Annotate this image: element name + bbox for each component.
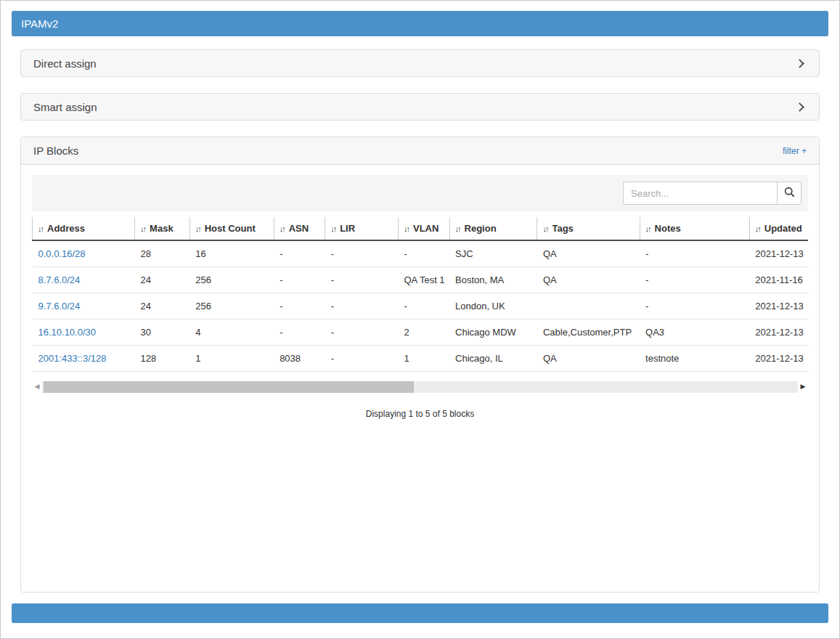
column-header-lir[interactable]: ↓↑LIR — [325, 217, 399, 240]
cell: 2021-12-13 — [749, 346, 808, 372]
column-label: ASN — [289, 223, 309, 234]
app-footer-bar — [12, 603, 828, 623]
smart-assign-panel[interactable]: Smart assign — [20, 93, 820, 121]
filter-toggle-link[interactable]: filter + — [783, 146, 807, 156]
table-summary: Displaying 1 to 5 of 5 blocks — [32, 409, 808, 419]
cell: 256 — [189, 293, 274, 320]
chevron-right-icon — [795, 102, 804, 112]
cell: 4 — [189, 320, 274, 346]
column-label: Address — [47, 223, 85, 234]
direct-assign-label: Direct assign — [33, 57, 97, 70]
ip-blocks-table: ↓↑Address↓↑Mask↓↑Host Count↓↑ASN↓↑LIR↓↑V… — [32, 217, 808, 372]
cell: 2021-12-13 — [749, 293, 808, 320]
main-content: Direct assign Smart assign IP Blocks fil… — [1, 36, 839, 593]
cell: - — [640, 293, 749, 320]
cell: 2 — [398, 320, 449, 346]
cell: Boston, MA — [449, 267, 537, 293]
address-link[interactable]: 8.7.6.0/24 — [38, 274, 81, 285]
cell: testnote — [640, 346, 749, 372]
cell: London, UK — [449, 293, 537, 320]
address-cell: 8.7.6.0/24 — [33, 267, 135, 293]
search-button[interactable] — [777, 182, 802, 205]
address-link[interactable]: 9.7.6.0/24 — [38, 301, 81, 312]
search-icon — [784, 187, 795, 200]
column-header-tags[interactable]: ↓↑Tags — [537, 217, 640, 240]
cell: 2021-12-13 — [749, 320, 808, 346]
sort-icon: ↓↑ — [38, 224, 43, 233]
table-row: 0.0.0.16/282816---SJCQA-2021-12-13 — [33, 240, 809, 267]
column-header-address[interactable]: ↓↑Address — [33, 217, 135, 240]
column-label: LIR — [340, 223, 355, 234]
column-header-notes[interactable]: ↓↑Notes — [640, 217, 749, 240]
column-label: Notes — [655, 223, 681, 234]
table-row: 16.10.10.0/30304--2Chicago MDWCable,Cust… — [33, 320, 809, 346]
cell: - — [274, 267, 325, 293]
cell: 24 — [135, 293, 190, 320]
scroll-right-arrow[interactable]: ▶ — [798, 380, 808, 393]
app-title: IPAMv2 — [21, 17, 58, 30]
ip-blocks-header: IP Blocks filter + — [21, 137, 819, 165]
cell: QA3 — [640, 320, 749, 346]
cell: 1 — [398, 346, 449, 372]
scrollbar-track[interactable] — [42, 381, 798, 393]
cell: QA — [537, 267, 640, 293]
cell — [537, 293, 640, 320]
column-label: Mask — [150, 223, 174, 234]
column-label: Updated — [764, 223, 802, 234]
cell: - — [398, 240, 449, 267]
sort-icon: ↓↑ — [455, 224, 460, 233]
cell: - — [325, 293, 399, 320]
cell: 1 — [189, 346, 274, 372]
app-header-bar: IPAMv2 — [12, 11, 828, 36]
chevron-right-icon — [795, 59, 804, 68]
cell: - — [398, 293, 449, 320]
ip-blocks-body: ↓↑Address↓↑Mask↓↑Host Count↓↑ASN↓↑LIR↓↑V… — [21, 165, 819, 592]
column-header-host-count[interactable]: ↓↑Host Count — [189, 217, 274, 240]
address-cell: 16.10.10.0/30 — [33, 320, 135, 346]
sort-icon: ↓↑ — [140, 224, 145, 233]
cell: - — [274, 293, 325, 320]
column-header-updated[interactable]: ↓↑Updated — [749, 217, 808, 240]
column-label: Host Count — [205, 223, 256, 234]
cell: - — [640, 240, 749, 267]
search-input[interactable] — [623, 182, 777, 205]
address-link[interactable]: 2001:433::3/128 — [38, 353, 107, 364]
column-header-region[interactable]: ↓↑Region — [449, 217, 537, 240]
direct-assign-panel[interactable]: Direct assign — [20, 49, 820, 77]
column-label: Region — [465, 223, 497, 234]
column-header-vlan[interactable]: ↓↑VLAN — [398, 217, 449, 240]
cell: QA Test 1 — [398, 267, 449, 293]
cell: 128 — [135, 346, 190, 372]
search-group — [623, 182, 802, 205]
address-link[interactable]: 16.10.10.0/30 — [38, 327, 97, 338]
cell: 8038 — [274, 346, 325, 372]
sort-icon: ↓↑ — [404, 224, 409, 233]
cell: 28 — [135, 240, 190, 267]
cell: 2021-12-13 — [749, 240, 808, 267]
cell: 256 — [189, 267, 274, 293]
cell: - — [325, 267, 399, 293]
cell: - — [325, 320, 399, 346]
scrollbar-thumb[interactable] — [44, 381, 414, 393]
table-header-row: ↓↑Address↓↑Mask↓↑Host Count↓↑ASN↓↑LIR↓↑V… — [33, 217, 809, 240]
address-cell: 0.0.0.16/28 — [33, 240, 135, 267]
cell: 16 — [189, 240, 274, 267]
address-cell: 9.7.6.0/24 — [33, 293, 135, 320]
cell: QA — [537, 240, 640, 267]
sort-icon: ↓↑ — [755, 224, 760, 233]
address-link[interactable]: 0.0.0.16/28 — [38, 248, 86, 259]
horizontal-scrollbar[interactable]: ◀ ▶ — [32, 380, 808, 393]
sort-icon: ↓↑ — [542, 224, 547, 233]
sort-icon: ↓↑ — [195, 224, 200, 233]
cell: - — [640, 267, 749, 293]
table-toolbar — [32, 175, 808, 211]
column-label: VLAN — [413, 223, 439, 234]
cell: - — [274, 320, 325, 346]
column-header-asn[interactable]: ↓↑ASN — [274, 217, 325, 240]
cell: 30 — [135, 320, 190, 346]
column-header-mask[interactable]: ↓↑Mask — [135, 217, 190, 240]
sort-icon: ↓↑ — [280, 224, 285, 233]
smart-assign-label: Smart assign — [33, 101, 97, 113]
sort-icon: ↓↑ — [330, 224, 335, 233]
scroll-left-arrow[interactable]: ◀ — [32, 380, 42, 393]
